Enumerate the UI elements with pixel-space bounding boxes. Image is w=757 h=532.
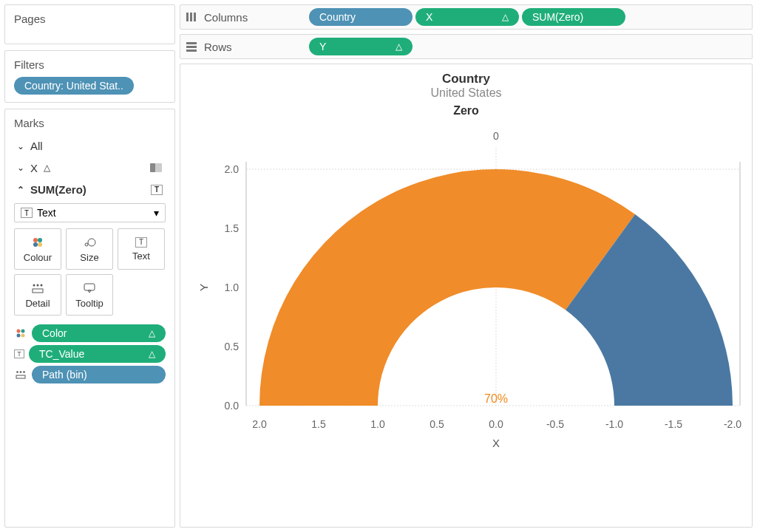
svg-text:70%: 70% <box>483 392 507 405</box>
tooltip-button[interactable]: Tooltip <box>66 274 113 316</box>
colour-icon <box>14 328 27 338</box>
row-pill-y-label: Y <box>319 41 326 52</box>
delta-icon: △ <box>149 349 155 359</box>
marks-title: Marks <box>14 117 166 129</box>
svg-point-13 <box>17 330 21 333</box>
mark-pill-color[interactable]: Color△ <box>32 324 166 342</box>
svg-text:0.0: 0.0 <box>224 400 239 412</box>
filters-title: Filters <box>14 58 166 71</box>
svg-text:2.0: 2.0 <box>252 418 267 430</box>
svg-text:1.0: 1.0 <box>370 418 385 430</box>
svg-rect-21 <box>186 13 189 21</box>
size-label: Size <box>80 252 98 263</box>
text-button[interactable]: T Text <box>118 228 165 270</box>
marks-panel: Marks ⌄All ⌄X△ ⌃SUM(Zero) T TText ▾ <box>4 109 175 528</box>
chevron-down-icon: ⌄ <box>17 141 24 151</box>
svg-text:0.5: 0.5 <box>430 418 444 430</box>
col-pill-x-label: X <box>426 11 432 23</box>
svg-rect-12 <box>84 284 95 290</box>
columns-label: Columns <box>204 11 248 24</box>
svg-text:Y: Y <box>197 284 210 291</box>
marks-x-label: X <box>30 162 38 174</box>
svg-rect-22 <box>190 13 192 21</box>
pages-title: Pages <box>14 13 166 25</box>
svg-text:1.0: 1.0 <box>224 282 239 293</box>
delta-icon: △ <box>502 12 509 22</box>
mark-pill-pathbin-row[interactable]: Path (bin) <box>14 366 166 383</box>
col-pill-country[interactable]: Country <box>309 8 413 26</box>
svg-point-2 <box>33 238 38 242</box>
columns-icon <box>185 10 198 24</box>
row-pill-y[interactable]: Y△ <box>309 38 413 55</box>
detail-icon <box>14 370 27 379</box>
detail-label: Detail <box>25 298 50 309</box>
svg-rect-26 <box>186 50 197 52</box>
marks-type-dropdown[interactable]: TText ▾ <box>14 203 166 222</box>
col-pill-sumzero-label: SUM(Zero) <box>532 11 583 23</box>
marks-sumzero-row[interactable]: ⌃SUM(Zero) T <box>14 179 166 200</box>
mark-pill-pathbin[interactable]: Path (bin) <box>32 366 166 383</box>
svg-rect-11 <box>33 289 43 293</box>
svg-text:1.5: 1.5 <box>311 418 326 430</box>
col-pill-sumzero[interactable]: SUM(Zero) <box>522 8 625 26</box>
svg-rect-1 <box>150 163 155 172</box>
delta-icon: △ <box>44 163 50 173</box>
tooltip-label: Tooltip <box>75 298 103 309</box>
filter-pill-label: Country: United Stat.. <box>24 80 123 92</box>
svg-point-3 <box>38 238 42 242</box>
chevron-up-icon: ⌃ <box>17 185 24 195</box>
marks-all-row[interactable]: ⌄All <box>14 135 166 157</box>
svg-text:0.5: 0.5 <box>224 341 239 352</box>
svg-point-8 <box>33 284 35 286</box>
marks-type-label: Text <box>37 207 56 219</box>
text-type-icon: T <box>135 237 147 248</box>
col-pill-x[interactable]: X△ <box>415 8 519 26</box>
mark-pill-tcvalue[interactable]: TC_Value△ <box>29 345 166 363</box>
rows-shelf[interactable]: Rows Y△ <box>180 34 753 59</box>
mark-pill-color-row[interactable]: Color△ <box>14 324 166 342</box>
rows-label: Rows <box>204 41 232 53</box>
svg-text:X: X <box>492 437 499 449</box>
svg-rect-20 <box>16 375 25 378</box>
columns-shelf[interactable]: Columns Country X△ SUM(Zero) <box>180 4 753 30</box>
svg-text:-2.0: -2.0 <box>723 418 741 430</box>
svg-text:-0.5: -0.5 <box>546 418 563 430</box>
size-icon <box>83 236 96 249</box>
svg-text:1.5: 1.5 <box>224 222 239 234</box>
colour-icon <box>31 236 44 249</box>
detail-button[interactable]: Detail <box>14 274 61 316</box>
svg-point-5 <box>38 242 42 247</box>
chart-subtitle: United States <box>180 86 752 100</box>
svg-point-7 <box>88 239 95 246</box>
mark-pill-pathbin-label: Path (bin) <box>42 369 87 381</box>
mark-pill-tcvalue-label: TC_Value <box>39 348 84 360</box>
chevron-down-icon: ⌄ <box>17 163 24 173</box>
dropdown-caret-icon: ▾ <box>154 207 159 219</box>
svg-point-18 <box>20 371 22 373</box>
detail-icon <box>31 282 44 295</box>
text-type-icon: T <box>151 185 163 195</box>
marks-sumzero-label: SUM(Zero) <box>30 183 86 196</box>
filter-pill-country[interactable]: Country: United Stat.. <box>14 77 134 95</box>
svg-rect-24 <box>186 42 197 44</box>
marks-x-row[interactable]: ⌄X△ <box>14 157 166 179</box>
svg-point-15 <box>17 334 21 338</box>
mark-pill-tcvalue-row[interactable]: T TC_Value△ <box>14 345 166 363</box>
col-pill-country-label: Country <box>319 11 356 23</box>
text-label: Text <box>132 250 150 262</box>
tooltip-icon <box>83 282 96 295</box>
text-type-icon: T <box>14 349 24 358</box>
chart-canvas: Country United States Zero 070%2.01.51.0… <box>180 64 753 528</box>
colour-label: Colour <box>24 252 52 263</box>
svg-rect-23 <box>194 13 196 21</box>
marks-all-label: All <box>30 140 43 152</box>
svg-point-4 <box>33 242 38 247</box>
text-type-icon: T <box>21 208 33 218</box>
pages-panel: Pages <box>4 4 175 44</box>
chart-title: Country <box>180 72 752 86</box>
size-button[interactable]: Size <box>66 228 113 270</box>
colour-button[interactable]: Colour <box>14 228 61 270</box>
svg-point-16 <box>21 334 25 338</box>
delta-icon: △ <box>149 328 155 338</box>
rows-icon <box>185 40 198 53</box>
